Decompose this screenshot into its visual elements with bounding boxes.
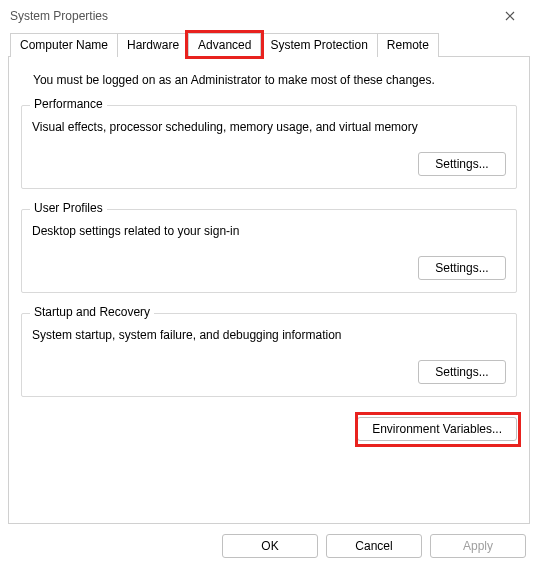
environment-variables-button[interactable]: Environment Variables... <box>357 417 517 441</box>
apply-button[interactable]: Apply <box>430 534 526 558</box>
user-profiles-settings-button[interactable]: Settings... <box>418 256 506 280</box>
tab-system-protection[interactable]: System Protection <box>260 33 377 57</box>
cancel-button[interactable]: Cancel <box>326 534 422 558</box>
user-profiles-group: User Profiles Desktop settings related t… <box>21 209 517 293</box>
startup-recovery-group: Startup and Recovery System startup, sys… <box>21 313 517 397</box>
content-area: Computer Name Hardware Advanced System P… <box>0 32 538 524</box>
startup-recovery-title: Startup and Recovery <box>30 305 154 319</box>
ok-button[interactable]: OK <box>222 534 318 558</box>
admin-note: You must be logged on as an Administrato… <box>33 73 517 87</box>
user-profiles-desc: Desktop settings related to your sign-in <box>32 224 506 238</box>
dialog-button-row: OK Cancel Apply <box>0 524 538 570</box>
performance-settings-button[interactable]: Settings... <box>418 152 506 176</box>
tab-hardware[interactable]: Hardware <box>117 33 189 57</box>
startup-recovery-button-row: Settings... <box>32 360 506 384</box>
performance-desc: Visual effects, processor scheduling, me… <box>32 120 506 134</box>
tab-panel-advanced: You must be logged on as an Administrato… <box>8 56 530 524</box>
performance-title: Performance <box>30 97 107 111</box>
performance-group: Performance Visual effects, processor sc… <box>21 105 517 189</box>
close-icon <box>505 11 515 21</box>
titlebar: System Properties <box>0 0 538 32</box>
window-title: System Properties <box>10 9 490 23</box>
tab-advanced-label: Advanced <box>198 38 251 52</box>
tab-advanced[interactable]: Advanced <box>188 33 261 57</box>
close-button[interactable] <box>490 2 530 30</box>
startup-recovery-settings-button[interactable]: Settings... <box>418 360 506 384</box>
tab-computer-name[interactable]: Computer Name <box>10 33 118 57</box>
user-profiles-title: User Profiles <box>30 201 107 215</box>
env-variables-row: Environment Variables... <box>21 417 517 441</box>
tab-remote[interactable]: Remote <box>377 33 439 57</box>
system-properties-window: System Properties Computer Name Hardware… <box>0 0 538 570</box>
user-profiles-button-row: Settings... <box>32 256 506 280</box>
tab-strip: Computer Name Hardware Advanced System P… <box>10 33 530 57</box>
startup-recovery-desc: System startup, system failure, and debu… <box>32 328 506 342</box>
performance-button-row: Settings... <box>32 152 506 176</box>
